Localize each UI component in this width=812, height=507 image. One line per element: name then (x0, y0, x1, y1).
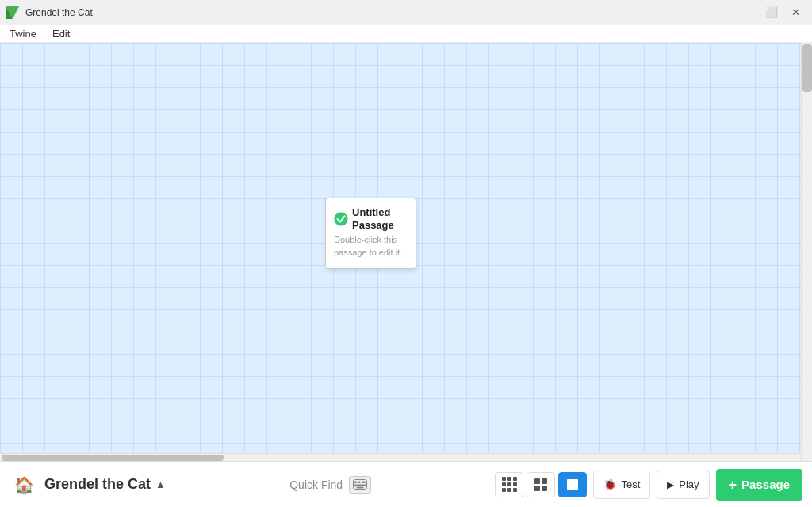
svg-rect-6 (362, 482, 366, 484)
plus-icon: + (729, 478, 737, 492)
square-icon (567, 479, 578, 490)
story-name: Grendel the Cat (44, 476, 151, 493)
view-toggle-group (495, 472, 587, 497)
passage-title: Untitled Passage (352, 206, 408, 231)
quick-find-keyboard-icon (349, 476, 371, 494)
home-button[interactable]: 🏠 (10, 471, 38, 499)
quick-find-label[interactable]: Quick Find (289, 476, 371, 494)
bug-icon: 🐞 (603, 478, 616, 490)
close-button[interactable]: ✕ (785, 4, 806, 21)
story-title-button[interactable]: Grendel the Cat ▲ (44, 476, 166, 493)
minimize-button[interactable]: — (737, 4, 758, 21)
test-button[interactable]: 🐞 Test (593, 471, 650, 499)
story-title-arrow-icon: ▲ (155, 478, 166, 490)
window-title: Grendel the Cat (25, 7, 93, 18)
home-icon: 🏠 (14, 475, 34, 494)
title-bar: Grendel the Cat — ⬜ ✕ (0, 0, 812, 25)
quick-find-area: Quick Find (172, 476, 489, 494)
app-icon (6, 6, 19, 19)
window-controls: — ⬜ ✕ (737, 4, 806, 21)
svg-point-2 (335, 212, 347, 225)
scrollbar-thumb-vertical[interactable] (802, 44, 812, 92)
passage-title-row: Untitled Passage (334, 206, 408, 231)
title-bar-left: Grendel the Cat (6, 6, 93, 19)
svg-rect-7 (354, 485, 366, 486)
add-passage-button[interactable]: + Passage (716, 469, 802, 501)
grid2-view-button[interactable] (527, 472, 555, 497)
svg-rect-5 (358, 482, 361, 484)
grid2-icon (534, 478, 547, 491)
grid3-view-button[interactable] (495, 472, 523, 497)
maximize-button[interactable]: ⬜ (761, 4, 782, 21)
scrollbar-thumb-horizontal[interactable] (2, 455, 224, 461)
grid3-icon (502, 477, 517, 492)
menu-bar: Twine Edit (0, 25, 812, 43)
play-icon: ▶ (667, 479, 674, 490)
keyboard-icon (353, 479, 367, 490)
vertical-scrollbar[interactable] (801, 43, 812, 461)
story-canvas[interactable]: Untitled Passage Double-click this passa… (0, 43, 812, 461)
play-button[interactable]: ▶ Play (657, 471, 709, 499)
test-label: Test (621, 478, 640, 490)
passage-card[interactable]: Untitled Passage Double-click this passa… (325, 198, 416, 269)
start-passage-icon (334, 212, 348, 226)
quick-find-text: Quick Find (289, 478, 343, 491)
svg-rect-4 (354, 482, 357, 484)
bottom-toolbar: 🏠 Grendel the Cat ▲ Quick Find (0, 461, 812, 507)
menu-edit[interactable]: Edit (46, 26, 76, 41)
svg-rect-8 (357, 487, 364, 489)
square-view-button[interactable] (558, 472, 587, 497)
passage-hint: Double-click this passage to edit it. (334, 234, 408, 259)
horizontal-scrollbar[interactable] (0, 453, 801, 461)
add-passage-label: Passage (741, 478, 790, 491)
play-label: Play (679, 478, 699, 490)
menu-twine[interactable]: Twine (3, 26, 43, 41)
